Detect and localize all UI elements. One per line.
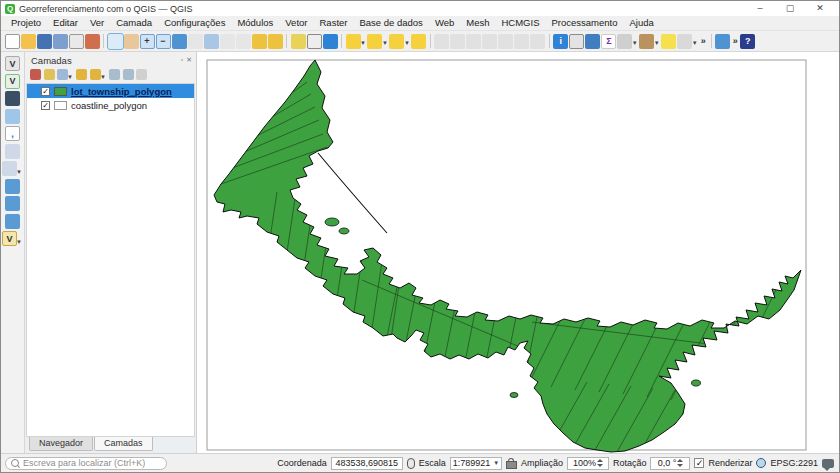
show-bookmarks-icon[interactable] (268, 34, 283, 49)
menu-hcmgis[interactable]: HCMGIS (495, 16, 545, 30)
rotation-spinner-icons[interactable] (677, 457, 683, 470)
close-button[interactable]: ✕ (805, 1, 835, 16)
help-icon[interactable]: ? (740, 34, 755, 49)
plugins-overflow-icon[interactable]: » (731, 36, 740, 46)
cut-features-icon[interactable] (466, 34, 481, 49)
osm-place-search-icon[interactable] (677, 34, 692, 49)
new-bookmark-icon[interactable] (252, 34, 267, 49)
paste-features-icon[interactable] (498, 34, 513, 49)
select-features-icon[interactable] (346, 34, 361, 49)
add-wfs-layer-icon[interactable] (5, 214, 20, 229)
filter-legend-icon[interactable] (76, 69, 87, 80)
open-table-dropdown-icon[interactable] (617, 34, 632, 49)
new-project-icon[interactable] (5, 34, 20, 49)
menu-editar[interactable]: Editar (47, 16, 84, 30)
crs-value[interactable]: EPSG:2291 (770, 458, 818, 468)
menu-projeto[interactable]: Projeto (5, 16, 47, 30)
crs-globe-icon[interactable] (756, 458, 766, 468)
statistics-icon[interactable]: Σ (601, 34, 616, 49)
layer-row-lot_township_polygon[interactable]: ✓lot_township_polygon (27, 84, 194, 98)
attribute-table-icon[interactable] (569, 34, 584, 49)
locator-search-input[interactable]: Escreva para localizar (Ctrl+K) (5, 457, 167, 470)
menu-ajuda[interactable]: Ajuda (624, 16, 660, 30)
add-delimited-text-layer-icon[interactable]: , (5, 126, 20, 141)
menu-configurações[interactable]: Configurações (158, 16, 231, 30)
coordinate-value[interactable]: 483538,690815 (331, 457, 403, 470)
menu-vetor[interactable]: Vetor (279, 16, 313, 30)
panel-tab-camadas[interactable]: Camadas (94, 437, 153, 451)
add-wcs-layer-icon[interactable] (5, 196, 20, 211)
style-manager-icon[interactable] (85, 34, 100, 49)
map-tips-icon[interactable] (661, 34, 676, 49)
open-project-icon[interactable] (21, 34, 36, 49)
deselect-features-dropdown-icon[interactable]: ▼ (404, 40, 410, 46)
toolbar-overflow-icon[interactable]: » (699, 36, 708, 46)
zoom-to-selection-icon[interactable] (188, 34, 203, 49)
menu-camada[interactable]: Camada (110, 16, 158, 30)
measure-dropdown-icon[interactable] (639, 34, 654, 49)
refresh-map-icon[interactable] (323, 34, 338, 49)
open-table-dropdown-dropdown-icon[interactable]: ▼ (632, 40, 638, 46)
menu-base-de-dados[interactable]: Base de dados (353, 16, 428, 30)
temporal-controller-icon[interactable] (307, 34, 322, 49)
menu-processamento[interactable]: Processamento (545, 16, 623, 30)
zoom-in-icon[interactable]: + (140, 34, 155, 49)
magnifier-spinner-icons[interactable] (597, 457, 603, 470)
maximize-button[interactable]: ▢ (775, 1, 805, 16)
save-edits-icon[interactable] (450, 34, 465, 49)
add-postgis-layer-icon[interactable] (2, 161, 17, 176)
add-virtual-layer-icon[interactable]: V (2, 231, 17, 246)
new-map-view-icon[interactable] (291, 34, 306, 49)
processing-toolbox-icon[interactable] (585, 34, 600, 49)
filter-by-expression-dropdown-icon[interactable]: ▼ (100, 74, 106, 80)
pan-to-selection-icon[interactable] (124, 34, 139, 49)
minimize-button[interactable]: – (745, 1, 775, 16)
select-features-dropdown-icon[interactable]: ▼ (360, 40, 366, 46)
osm-place-search-dropdown-icon[interactable]: ▼ (692, 40, 698, 46)
zoom-out-icon[interactable]: − (156, 34, 171, 49)
select-by-form-dropdown-icon[interactable]: ▼ (382, 40, 388, 46)
copy-features-icon[interactable] (482, 34, 497, 49)
menu-ver[interactable]: Ver (84, 16, 110, 30)
zoom-last-icon[interactable] (220, 34, 235, 49)
identify-features-icon[interactable]: i (553, 34, 568, 49)
magnifier-spinbox[interactable]: 100% (567, 457, 609, 470)
data-source-manager-icon[interactable]: V (5, 56, 20, 71)
save-project-icon[interactable] (37, 34, 52, 49)
add-raster-layer-icon[interactable] (5, 91, 20, 106)
panel-close-icon[interactable]: ✕ (186, 55, 192, 65)
zoom-next-icon[interactable] (236, 34, 251, 49)
open-layer-styling-icon[interactable] (30, 69, 41, 80)
deselect-features-icon[interactable] (389, 34, 404, 49)
render-checkbox[interactable]: ✓ (694, 458, 704, 468)
hcmgis-globe-icon[interactable] (715, 34, 730, 49)
select-by-form-icon[interactable] (367, 34, 382, 49)
menu-raster[interactable]: Raster (314, 16, 354, 30)
redo-icon[interactable] (530, 34, 545, 49)
panel-float-icon[interactable]: ▫ (181, 55, 183, 65)
add-mesh-layer-icon[interactable] (5, 109, 20, 124)
select-by-location-icon[interactable] (411, 34, 426, 49)
remove-layer-icon[interactable] (136, 69, 147, 80)
map-canvas[interactable] (197, 52, 839, 453)
rotation-spinbox[interactable]: 0,0 ° (650, 457, 690, 470)
save-project-as-icon[interactable] (53, 34, 68, 49)
add-postgis-layer-dropdown-icon[interactable]: ▼ (16, 169, 22, 175)
add-wms-layer-icon[interactable] (5, 179, 20, 194)
add-group-icon[interactable] (44, 69, 55, 80)
layer-row-coastline_polygon[interactable]: ✓coastline_polygon (27, 98, 194, 112)
add-spatialite-layer-icon[interactable] (5, 144, 20, 159)
zoom-to-layer-icon[interactable] (204, 34, 219, 49)
scale-lock-icon[interactable] (506, 461, 517, 469)
collapse-all-icon[interactable] (123, 69, 134, 80)
layout-manager-icon[interactable] (69, 34, 84, 49)
panel-tab-navegador[interactable]: Navegador (29, 437, 93, 451)
toggle-editing-icon[interactable] (434, 34, 449, 49)
messages-icon[interactable] (822, 459, 834, 468)
layer-visibility-checkbox[interactable]: ✓ (41, 87, 50, 96)
add-vector-layer-icon[interactable]: V (5, 74, 20, 89)
manage-map-themes-dropdown-icon[interactable]: ▼ (67, 74, 73, 80)
menu-web[interactable]: Web (429, 16, 460, 30)
menu-módulos[interactable]: Módulos (231, 16, 279, 30)
expand-all-icon[interactable] (109, 69, 120, 80)
